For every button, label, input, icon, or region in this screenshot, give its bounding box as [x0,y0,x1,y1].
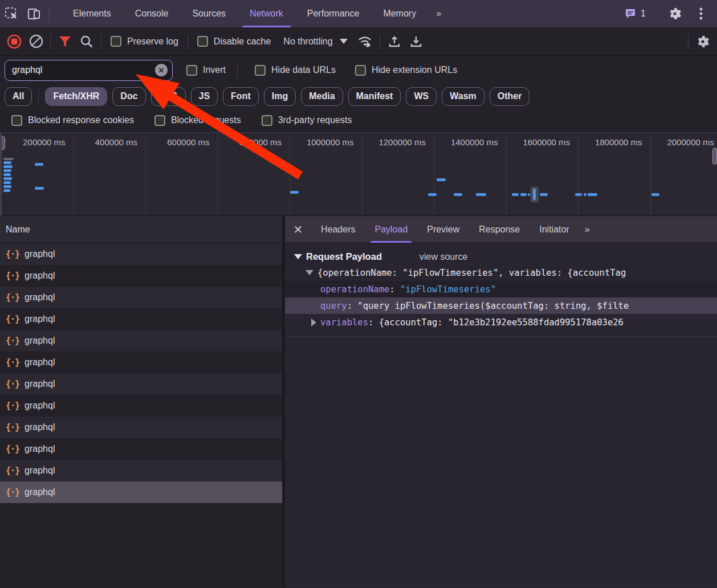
invert-checkbox[interactable]: Invert [181,65,231,76]
chat-bubble-icon [624,7,637,20]
table-row[interactable]: {·}graphql [0,308,282,330]
timeline-request-bar [3,181,11,184]
request-name: graphql [25,487,55,497]
tab-payload[interactable]: Payload [365,216,417,243]
table-row[interactable]: {·}graphql [0,265,282,287]
more-detail-tabs-icon[interactable]: » [579,216,597,243]
chip-media[interactable]: Media [301,87,343,106]
json-braces-icon: {·} [6,466,19,476]
payload-variables-row[interactable]: variables: {accountTag: "b12e3b2192ee558… [285,314,717,330]
table-row[interactable]: {·}graphql [0,481,282,503]
chip-ws[interactable]: WS [406,87,437,106]
gear-icon[interactable] [663,7,686,21]
table-row[interactable]: {·}graphql [0,395,282,416]
export-har-icon[interactable] [405,31,427,52]
name-column-header[interactable]: Name [0,216,282,243]
blocked-response-cookies-checkbox[interactable]: Blocked response cookies [6,115,140,126]
chip-font[interactable]: Font [223,87,259,106]
table-row[interactable]: {·}graphql [0,460,282,481]
request-name: graphql [25,466,55,476]
tab-sources[interactable]: Sources [180,0,238,27]
timeline-left-handle[interactable] [0,136,5,150]
timeline-request-bar [540,193,548,196]
close-icon[interactable]: ✕ [285,216,311,243]
invert-label: Invert [203,65,226,75]
3rd-party-requests-checkbox[interactable]: 3rd-party requests [256,115,358,126]
clear-input-icon[interactable]: ✕ [155,64,168,76]
timeline-scrollbar-handle[interactable] [712,148,717,165]
payload-query-row[interactable]: query: "query ipFlowTimeseries($accountT… [285,297,717,314]
timeline-request-bar [520,193,527,196]
payload-root-row[interactable]: {operationName: "ipFlowTimeseries", vari… [285,264,717,281]
chip-img[interactable]: Img [264,87,296,106]
collapse-triangle-icon[interactable] [294,254,302,259]
chip-all[interactable]: All [5,87,32,106]
issues-count: 1 [641,9,646,19]
tab-response[interactable]: Response [469,216,529,243]
tab-headers[interactable]: Headers [311,216,365,243]
hide-extension-urls-checkbox[interactable]: Hide extension URLs [349,65,463,76]
request-name: graphql [25,336,55,346]
tab-initiator[interactable]: Initiator [529,216,579,243]
network-settings-gear-icon[interactable] [692,31,714,52]
device-toolbar-icon[interactable] [23,0,46,27]
chip-css[interactable]: CSS [151,87,186,106]
table-row[interactable]: {·}graphql [0,330,282,352]
throttling-select[interactable]: No throttling [276,36,354,47]
preserve-log-label: Preserve log [127,36,178,47]
import-har-icon[interactable] [384,31,405,52]
tab-preview[interactable]: Preview [417,216,469,243]
disable-cache-checkbox[interactable]: Disable cache [192,36,277,47]
tab-memory[interactable]: Memory [371,0,428,27]
table-row[interactable]: {·}graphql [0,416,282,438]
toolbar-divider [50,34,51,49]
chip-fetch-xhr[interactable]: Fetch/XHR [45,87,107,106]
timeline-request-bar [428,193,437,196]
payload-key: variables [320,317,368,328]
chip-js[interactable]: JS [191,87,218,106]
more-tabs-icon[interactable]: » [428,0,450,27]
payload-operationname-row[interactable]: operationName: "ipFlowTimeseries" [285,281,717,297]
issues-badge[interactable]: 1 [621,7,649,20]
chip-doc[interactable]: Doc [112,87,145,106]
filter-input-value: graphql [12,65,42,75]
timeline-request-bar [651,193,659,196]
table-row[interactable]: {·}graphql [0,243,282,265]
view-source-link[interactable]: view source [419,252,467,262]
json-braces-icon: {·} [6,271,19,281]
record-icon[interactable] [3,31,25,52]
filter-input[interactable]: graphql ✕ [5,60,173,81]
expand-triangle-icon[interactable] [311,318,316,326]
collapse-triangle-icon[interactable] [305,270,313,275]
table-row[interactable]: {·}graphql [0,438,282,460]
table-row[interactable]: {·}graphql [0,352,282,373]
tab-console[interactable]: Console [123,0,181,27]
network-toolbar: Preserve log Disable cache No throttling [0,27,717,56]
kebab-menu-icon[interactable] [690,7,712,21]
filter-funnel-icon[interactable] [54,31,76,52]
checkbox [255,65,266,76]
inspect-icon[interactable] [0,0,23,27]
payload-panel: Request Payload view source {operationNa… [285,243,717,587]
timeline-request-bar [35,187,44,190]
network-conditions-icon[interactable] [355,31,376,52]
tab-performance[interactable]: Performance [295,0,372,27]
json-braces-icon: {·} [6,336,19,346]
network-overview-timeline[interactable]: 200000 ms400000 ms600000 ms800000 ms1000… [0,133,717,216]
throttling-value: No throttling [283,36,332,47]
blocked-requests-checkbox[interactable]: Blocked requests [149,115,247,126]
table-row[interactable]: {·}graphql [0,287,282,308]
preserve-log-checkbox[interactable]: Preserve log [105,36,184,47]
request-name: graphql [25,401,55,411]
chip-wasm[interactable]: Wasm [442,87,484,106]
table-row[interactable]: {·}graphql [0,373,282,395]
hide-data-urls-checkbox[interactable]: Hide data URLs [249,65,341,76]
tab-elements[interactable]: Elements [61,0,123,27]
search-icon[interactable] [76,31,97,52]
chip-manifest[interactable]: Manifest [348,87,401,106]
clear-icon[interactable] [25,31,47,52]
json-braces-icon: {·} [6,444,19,454]
timeline-request-bar [3,173,11,176]
chip-other[interactable]: Other [490,87,530,106]
tab-network[interactable]: Network [238,0,295,27]
